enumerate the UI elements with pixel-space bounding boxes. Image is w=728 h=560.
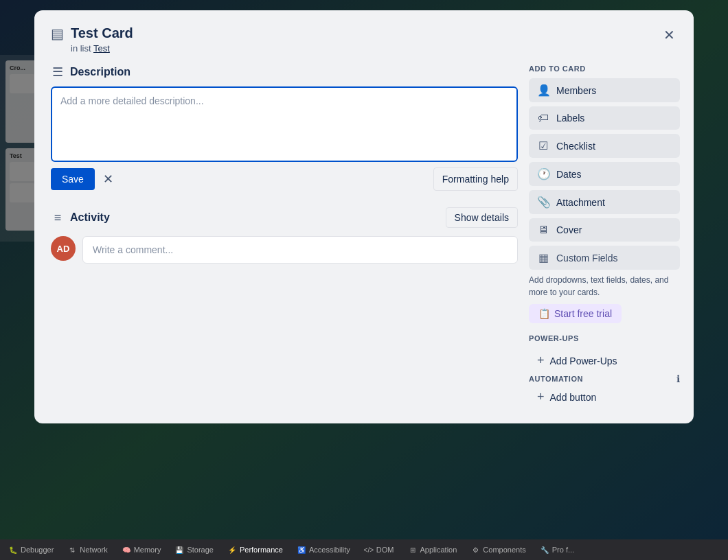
add-power-ups-label: Add Power-Ups <box>550 355 617 366</box>
modal-main: ☰ Description Add a more detailed descri… <box>51 65 518 410</box>
accessibility-label: Accessibility <box>309 546 350 554</box>
custom-fields-label: Custom Fields <box>556 253 617 264</box>
modal-sidebar: ADD TO CARD 👤 Members 🏷 Labels ☑ Checkli… <box>529 65 680 410</box>
storage-label: Storage <box>187 546 214 554</box>
description-placeholder: Add a more detailed description... <box>60 95 204 106</box>
comment-input[interactable]: Write a comment... <box>82 236 518 264</box>
attachment-button[interactable]: 📎 Attachment <box>529 190 680 214</box>
activity-title: Activity <box>70 211 110 224</box>
devtools-tab-application[interactable]: ⊞ Application <box>405 544 460 556</box>
power-ups-title: POWER-UPS <box>529 334 680 342</box>
performance-label: Performance <box>240 546 283 554</box>
components-icon: ⚙ <box>470 545 480 555</box>
description-icon: ☰ <box>51 65 65 80</box>
members-icon: 👤 <box>537 84 549 97</box>
automation-info-icon[interactable]: ℹ <box>676 373 680 384</box>
user-avatar: AD <box>51 236 76 261</box>
network-icon: ⇅ <box>67 545 77 555</box>
plus-icon-powerups: + <box>537 353 545 368</box>
comment-placeholder: Write a comment... <box>93 244 173 255</box>
application-icon: ⊞ <box>408 545 418 555</box>
description-title: Description <box>70 66 130 78</box>
devtools-tab-components[interactable]: ⚙ Components <box>468 544 528 556</box>
members-label: Members <box>556 85 596 96</box>
description-section-header: ☰ Description <box>51 65 518 80</box>
automation-title: AUTOMATION <box>529 375 583 383</box>
devtools-tab-memory[interactable]: 🧠 Memory <box>119 544 164 556</box>
plus-icon-automation: + <box>537 390 545 404</box>
cover-icon: 🖥 <box>537 224 549 236</box>
custom-fields-section: ▦ Custom Fields Add dropdowns, text fiel… <box>529 246 680 323</box>
custom-fields-icon: ▦ <box>537 251 549 264</box>
application-label: Application <box>420 546 457 554</box>
memory-icon: 🧠 <box>122 545 131 555</box>
components-label: Components <box>483 546 525 554</box>
trial-label: Start free trial <box>554 308 612 319</box>
modal-header: ▤ Test Card in list Test ✕ <box>51 24 680 54</box>
attachment-label: Attachment <box>556 197 605 208</box>
trial-icon: 📋 <box>538 308 550 319</box>
devtools-tab-accessibility[interactable]: ♿ Accessibility <box>294 544 353 556</box>
card-subtitle: in list Test <box>71 43 680 54</box>
custom-fields-button[interactable]: ▦ Custom Fields <box>529 246 680 270</box>
memory-label: Memory <box>134 546 161 554</box>
pro-icon: 🔧 <box>540 545 549 555</box>
devtools-bar: 🐛 Debugger ⇅ Network 🧠 Memory 💾 Storage … <box>0 539 728 560</box>
cancel-icon: ✕ <box>103 172 113 187</box>
close-button[interactable]: ✕ <box>658 24 680 46</box>
devtools-tab-dom[interactable]: </> DOM <box>361 544 397 556</box>
modal-overlay: ▤ Test Card in list Test ✕ ☰ Description <box>0 0 728 542</box>
checklist-icon: ☑ <box>537 139 549 152</box>
labels-button[interactable]: 🏷 Labels <box>529 106 680 130</box>
devtools-tab-pro[interactable]: 🔧 Pro f... <box>537 544 577 556</box>
dates-button[interactable]: 🕐 Dates <box>529 162 680 186</box>
modal-body: ☰ Description Add a more detailed descri… <box>51 65 680 410</box>
dom-icon: </> <box>364 545 374 555</box>
activity-header: ≡ Activity Show details <box>51 207 518 228</box>
dom-label: DOM <box>376 546 394 554</box>
list-link[interactable]: Test <box>93 43 110 54</box>
devtools-tab-debugger[interactable]: 🐛 Debugger <box>5 544 56 556</box>
members-button[interactable]: 👤 Members <box>529 78 680 102</box>
attachment-icon: 📎 <box>537 196 549 209</box>
activity-section: ≡ Activity Show details AD Write a comme… <box>51 207 518 264</box>
card-title: Test Card <box>71 24 680 42</box>
debugger-icon: 🐛 <box>8 545 18 555</box>
subtitle-prefix: in list <box>71 43 91 54</box>
cover-label: Cover <box>556 224 582 235</box>
formatting-help-button[interactable]: Formatting help <box>433 167 518 191</box>
pro-label: Pro f... <box>552 546 574 554</box>
accessibility-icon: ♿ <box>297 545 306 555</box>
modal-title-section: Test Card in list Test <box>71 24 680 54</box>
storage-icon: 💾 <box>174 545 184 555</box>
start-trial-button[interactable]: 📋 Start free trial <box>529 304 622 323</box>
labels-icon: 🏷 <box>537 112 549 124</box>
dates-icon: 🕐 <box>537 167 549 180</box>
activity-header-left: ≡ Activity <box>51 211 110 225</box>
devtools-tab-storage[interactable]: 💾 Storage <box>172 544 216 556</box>
devtools-tab-network[interactable]: ⇅ Network <box>65 544 110 556</box>
debugger-label: Debugger <box>21 546 54 554</box>
automation-header: AUTOMATION ℹ <box>529 373 680 384</box>
checklist-button[interactable]: ☑ Checklist <box>529 134 680 158</box>
description-actions: Save ✕ Formatting help <box>51 167 518 191</box>
save-button[interactable]: Save <box>51 168 95 190</box>
card-type-icon: ▤ <box>51 25 64 42</box>
add-button-automation[interactable]: + Add button <box>529 384 680 410</box>
checklist-label: Checklist <box>556 141 595 152</box>
add-to-card-title: ADD TO CARD <box>529 65 680 73</box>
add-button-label: Add button <box>550 392 597 403</box>
add-power-ups-button[interactable]: + Add Power-Ups <box>529 348 680 373</box>
custom-fields-description: Add dropdowns, text fields, dates, and m… <box>529 274 680 299</box>
performance-icon: ⚡ <box>227 545 237 555</box>
power-ups-section: POWER-UPS + Add Power-Ups <box>529 334 680 373</box>
devtools-tab-performance[interactable]: ⚡ Performance <box>225 544 286 556</box>
automation-section: AUTOMATION ℹ + Add button <box>529 373 680 410</box>
cover-button[interactable]: 🖥 Cover <box>529 218 680 242</box>
dates-label: Dates <box>556 169 582 180</box>
card-modal: ▤ Test Card in list Test ✕ ☰ Description <box>34 10 694 423</box>
cancel-button[interactable]: ✕ <box>100 169 116 189</box>
description-textarea[interactable]: Add a more detailed description... <box>51 86 518 162</box>
show-details-button[interactable]: Show details <box>446 207 518 228</box>
activity-icon: ≡ <box>51 211 65 225</box>
